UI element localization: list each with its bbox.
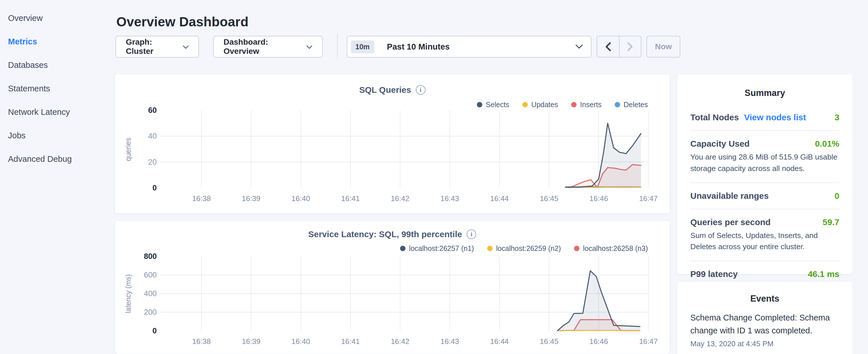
sidebar-item-label: Databases (8, 60, 48, 70)
svg-text:16:46: 16:46 (589, 194, 608, 203)
svg-text:16:39: 16:39 (242, 194, 260, 203)
svg-text:16:44: 16:44 (490, 194, 509, 203)
p99-latency-label: P99 latency (690, 269, 738, 279)
sql-queries-chart-card: SQL Queries i SelectsUpdatesInsertsDelet… (115, 74, 670, 214)
svg-text:16:42: 16:42 (391, 194, 409, 203)
event-timestamp: May 13, 2020 at 4:45 PM (690, 340, 839, 348)
svg-text:16:47: 16:47 (639, 337, 658, 346)
svg-text:16:38: 16:38 (192, 194, 211, 203)
svg-text:400: 400 (144, 289, 157, 298)
chevron-right-icon (627, 42, 633, 51)
svg-text:16:45: 16:45 (540, 194, 559, 203)
time-window-label: Past 10 Minutes (387, 42, 576, 52)
service-latency-plot: 16:3816:3916:4016:4116:4216:4316:4416:45… (115, 221, 670, 354)
svg-text:16:43: 16:43 (440, 194, 459, 203)
summary-row-capacity: Capacity Used 0.01% You are using 28.6 M… (690, 130, 839, 183)
chevron-down-icon (576, 44, 583, 49)
svg-text:16:47: 16:47 (639, 194, 658, 203)
graph-scope-label: Graph: Cluster (126, 37, 178, 56)
svg-text:16:46: 16:46 (589, 337, 608, 346)
chevron-left-icon (605, 42, 611, 51)
svg-text:0: 0 (152, 326, 157, 335)
events-title: Events (690, 294, 839, 304)
svg-text:600: 600 (144, 271, 157, 279)
total-nodes-label: Total Nodes (690, 112, 739, 122)
svg-text:200: 200 (144, 308, 157, 317)
chevron-down-icon (306, 45, 312, 49)
capacity-used-value: 0.01% (815, 139, 839, 149)
svg-text:16:41: 16:41 (341, 194, 360, 203)
capacity-used-label: Capacity Used (690, 139, 750, 149)
svg-text:16:44: 16:44 (490, 337, 509, 346)
event-message: Schema Change Completed: Schema change w… (690, 311, 839, 337)
time-next-button[interactable] (619, 36, 641, 57)
svg-text:16:42: 16:42 (391, 337, 409, 346)
sidebar-item-label: Advanced Debug (8, 154, 72, 164)
dashboard-dropdown[interactable]: Dashboard: Overview (213, 36, 323, 58)
sidebar-item-network-latency[interactable]: Network Latency (8, 100, 115, 124)
sidebar-item-advanced-debug[interactable]: Advanced Debug (8, 147, 115, 171)
qps-description: Sum of Selects, Updates, Inserts, and De… (690, 230, 839, 253)
controls-divider (337, 34, 338, 59)
total-nodes-value: 3 (834, 112, 839, 122)
sidebar: Overview Metrics Databases Statements Ne… (0, 0, 115, 171)
sidebar-item-jobs[interactable]: Jobs (8, 124, 115, 147)
svg-text:16:41: 16:41 (341, 337, 360, 346)
sidebar-item-label: Overview (8, 13, 43, 23)
svg-text:16:39: 16:39 (242, 337, 260, 346)
sidebar-item-label: Metrics (8, 37, 37, 46)
svg-text:16:38: 16:38 (192, 337, 211, 346)
capacity-used-description: You are using 28.6 MiB of 515.9 GiB usab… (690, 152, 839, 174)
page-title: Overview Dashboard (116, 14, 248, 30)
sidebar-item-label: Statements (8, 84, 50, 93)
summary-panel: Summary Total Nodes View nodes list 3 Ca… (677, 74, 853, 275)
now-button[interactable]: Now (647, 36, 680, 58)
sidebar-item-statements[interactable]: Statements (8, 77, 115, 100)
summary-row-qps: Queries per second 59.7 Sum of Selects, … (690, 209, 839, 261)
sidebar-item-label: Network Latency (8, 107, 70, 117)
time-window-select[interactable]: 10m Past 10 Minutes (347, 36, 591, 58)
controls-bar: Graph: Cluster Dashboard: Overview 10m P… (115, 36, 680, 58)
time-pager (597, 36, 641, 58)
queries-per-second-label: Queries per second (690, 217, 771, 227)
svg-text:800: 800 (144, 252, 157, 261)
chevron-down-icon (183, 45, 189, 49)
unavailable-ranges-label: Unavailable ranges (690, 191, 769, 201)
time-window-badge: 10m (351, 40, 374, 53)
summary-row-total-nodes: Total Nodes View nodes list 3 (690, 104, 839, 130)
svg-text:0: 0 (152, 184, 157, 192)
sql-queries-plot: 16:3816:3916:4016:4116:4216:4316:4416:45… (115, 74, 670, 214)
events-panel: Events Schema Change Completed: Schema c… (677, 281, 853, 354)
view-nodes-list-link[interactable]: View nodes list (744, 112, 806, 122)
sidebar-item-databases[interactable]: Databases (8, 53, 115, 77)
graph-scope-dropdown[interactable]: Graph: Cluster (116, 36, 199, 58)
sidebar-item-overview[interactable]: Overview (8, 6, 115, 30)
time-prev-button[interactable] (597, 36, 619, 57)
svg-text:60: 60 (148, 106, 157, 115)
summary-row-unavailable-ranges: Unavailable ranges 0 (690, 183, 839, 209)
svg-text:20: 20 (148, 158, 157, 166)
svg-text:16:40: 16:40 (291, 194, 310, 203)
p99-latency-value: 46.1 ms (808, 269, 839, 279)
unavailable-ranges-value: 0 (834, 191, 839, 201)
service-latency-chart-card: Service Latency: SQL, 99th percentile i … (115, 221, 670, 354)
dashboard-label: Dashboard: Overview (223, 37, 301, 56)
summary-title: Summary (690, 88, 839, 98)
sidebar-item-label: Jobs (8, 131, 26, 140)
svg-text:16:43: 16:43 (440, 337, 459, 346)
sidebar-item-metrics[interactable]: Metrics (8, 30, 115, 53)
svg-text:16:45: 16:45 (540, 337, 559, 346)
queries-per-second-value: 59.7 (823, 217, 839, 227)
svg-text:16:40: 16:40 (291, 337, 310, 346)
svg-text:40: 40 (148, 132, 157, 140)
